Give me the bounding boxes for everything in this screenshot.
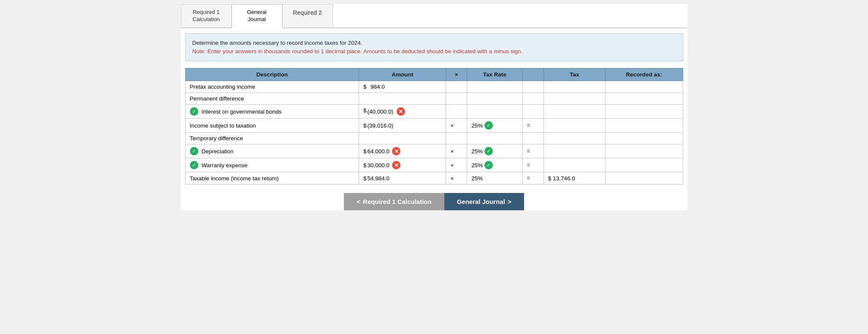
income-tax-table: Description Amount × Tax Rate Tax Record… [185, 68, 683, 185]
cell-amount: $ 984.0 [359, 81, 446, 93]
check-icon: ✓ [190, 161, 198, 169]
amount-prefix: $ [363, 122, 367, 129]
tab-bar: Required 1 Calculation General Journal R… [181, 4, 687, 28]
cell-description: Taxable income (income tax return) [185, 172, 359, 185]
amount-value: (40,000.0) [368, 109, 394, 115]
amount-value: 54,984.0 [368, 175, 390, 182]
data-table-wrapper: Description Amount × Tax Rate Tax Record… [185, 68, 683, 185]
next-button-label: General Journal [457, 198, 505, 205]
tab-general-journal[interactable]: General Journal [232, 4, 282, 28]
tax-rate-value: 25% [471, 148, 483, 155]
cell-taxrate [467, 105, 522, 119]
amount-prefix: $ [363, 162, 367, 168]
amount-value: 984.0 [368, 84, 385, 90]
tab-required2[interactable]: Required 2 [282, 4, 333, 27]
cell-recorded [605, 81, 683, 93]
cell-tax [544, 158, 605, 172]
cell-equals: = [522, 144, 544, 158]
table-row: ✓ Depreciation $ 64,000.0 ✕ × [185, 144, 683, 158]
cell-multiply: × [446, 158, 467, 172]
cell-recorded [605, 144, 683, 158]
tax-value: $ 13,746.0 [548, 175, 575, 182]
check-icon: ✓ [484, 121, 493, 130]
table-row: ✓ Warranty expense $ 30,000.0 ✕ × [185, 158, 683, 172]
table-row: Pretax accounting income $ 984.0 [185, 81, 683, 93]
table-row: Taxable income (income tax return) $ 54,… [185, 172, 683, 185]
cell-multiply: × [446, 144, 467, 158]
cell-taxrate: 25% [467, 172, 522, 185]
cell-tax [544, 81, 605, 93]
check-icon: ✓ [190, 147, 198, 155]
cell-taxrate [467, 93, 522, 105]
amount-prefix: $ [363, 84, 367, 90]
prev-button-label: Required 1 Calculation [363, 198, 432, 205]
check-icon: ✓ [484, 147, 493, 155]
cell-amount: $ (40,000.0) ✕ [359, 105, 446, 119]
cell-equals [522, 81, 544, 93]
x-icon[interactable]: ✕ [392, 147, 400, 155]
cell-amount: $ 30,000.0 ✕ [359, 158, 446, 172]
col-header-taxrate: Tax Rate [467, 68, 522, 81]
amount-prefix: $ [363, 148, 367, 155]
col-header-equals [522, 68, 544, 81]
cell-taxrate [467, 81, 522, 93]
amount-value: 30,000.0 [368, 162, 390, 168]
cell-equals [522, 105, 544, 119]
cell-recorded [605, 158, 683, 172]
instruction-main-text: Determine the amounts necessary to recor… [192, 39, 676, 47]
col-header-multiply: × [446, 68, 467, 81]
cell-amount [359, 133, 446, 144]
table-row: Income subject to taxation $ (39,016.0) … [185, 119, 683, 133]
tax-rate-value: 25% [471, 175, 483, 182]
table-row: ✓ Interest on governmental bonds $ (40,0… [185, 105, 683, 119]
instruction-note-text: Note: Enter your answers in thousands ro… [192, 47, 676, 56]
cell-tax [544, 93, 605, 105]
table-row: Temporary difference [185, 133, 683, 144]
prev-button[interactable]: < Required 1 Calculation [344, 193, 444, 210]
check-icon: ✓ [190, 107, 198, 116]
tab-required1-calculation[interactable]: Required 1 Calculation [181, 4, 232, 27]
amount-value: 64,000.0 [368, 148, 390, 155]
cell-taxrate [467, 133, 522, 144]
cell-taxrate: 25% ✓ [467, 119, 522, 133]
chevron-right-icon: > [508, 198, 511, 205]
cell-recorded [605, 172, 683, 185]
cell-tax [544, 133, 605, 144]
cell-description: ✓ Warranty expense [185, 158, 359, 172]
x-icon[interactable]: ✕ [392, 161, 400, 169]
instruction-box: Determine the amounts necessary to recor… [185, 33, 683, 62]
cell-taxrate: 25% ✓ [467, 158, 522, 172]
x-icon[interactable]: ✕ [397, 107, 405, 116]
cell-description: Permanent difference [185, 93, 359, 105]
col-header-amount: Amount [359, 68, 446, 81]
cell-equals [522, 133, 544, 144]
check-icon: ✓ [484, 161, 493, 169]
table-row: Permanent difference [185, 93, 683, 105]
tax-rate-value: 25% [471, 122, 483, 129]
cell-tax [544, 119, 605, 133]
cell-description: Temporary difference [185, 133, 359, 144]
cell-tax [544, 105, 605, 119]
cell-description: ✓ Depreciation [185, 144, 359, 158]
cell-equals: = [522, 119, 544, 133]
cell-multiply: × [446, 172, 467, 185]
amount-value: (39,016.0) [368, 122, 394, 129]
next-button[interactable]: General Journal > [444, 193, 524, 210]
amount-prefix: $ [363, 175, 367, 182]
cell-equals: = [522, 158, 544, 172]
cell-description: Income subject to taxation [185, 119, 359, 133]
cell-recorded [605, 105, 683, 119]
cell-multiply [446, 133, 467, 144]
cell-amount [359, 93, 446, 105]
cell-amount: $ 54,984.0 [359, 172, 446, 185]
cell-multiply [446, 93, 467, 105]
cell-description: ✓ Interest on governmental bonds [185, 105, 359, 119]
cell-description: Pretax accounting income [185, 81, 359, 93]
cell-multiply [446, 105, 467, 119]
col-header-tax: Tax [544, 68, 605, 81]
cell-amount: $ 64,000.0 ✕ [359, 144, 446, 158]
col-header-description: Description [185, 68, 359, 81]
cell-multiply: × [446, 119, 467, 133]
main-container: Required 1 Calculation General Journal R… [181, 4, 687, 210]
cell-equals: = [522, 172, 544, 185]
